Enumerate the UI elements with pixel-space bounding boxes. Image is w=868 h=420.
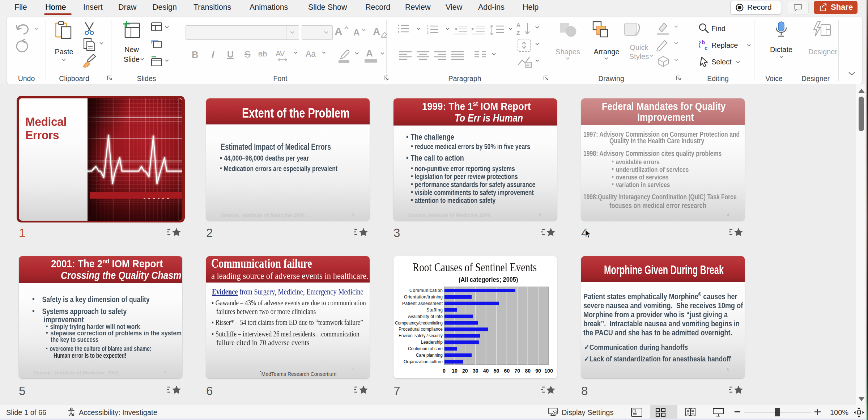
svg-text:Orientation/training: Orientation/training <box>404 294 443 300</box>
svg-text:40: 40 <box>483 368 489 374</box>
svg-text:Organization culture: Organization culture <box>404 359 443 364</box>
svg-text:Z: Z <box>516 30 520 36</box>
svg-text:70: 70 <box>515 368 520 374</box>
svg-text:Leadership: Leadership <box>421 340 443 345</box>
svg-text:Communication: Communication <box>409 288 443 293</box>
svg-text:0: 0 <box>443 368 446 374</box>
svg-text:60: 60 <box>504 368 510 374</box>
svg-text:A: A <box>516 22 520 28</box>
svg-text:90: 90 <box>535 368 541 374</box>
svg-text:100: 100 <box>544 368 553 374</box>
svg-text:Competency/credentialing: Competency/credentialing <box>395 321 443 326</box>
svg-text:c: c <box>705 45 707 51</box>
svg-text:Care planning: Care planning <box>416 353 443 358</box>
svg-text:3: 3 <box>427 31 429 34</box>
svg-text:80: 80 <box>525 368 531 374</box>
svg-text:Staffing: Staffing <box>426 307 443 313</box>
svg-text:Environ. safety / security: Environ. safety / security <box>399 333 443 338</box>
svg-text:Continuum of care: Continuum of care <box>408 346 443 351</box>
svg-text:50: 50 <box>494 368 499 374</box>
svg-text:b: b <box>702 39 705 45</box>
svg-text:10: 10 <box>452 368 458 374</box>
svg-text:Procedural compliance: Procedural compliance <box>399 327 443 332</box>
svg-text:30: 30 <box>473 368 478 374</box>
svg-text:20: 20 <box>462 368 468 374</box>
svg-text:Patient assessment: Patient assessment <box>402 301 443 306</box>
svg-text:Availability of info: Availability of info <box>408 314 443 319</box>
